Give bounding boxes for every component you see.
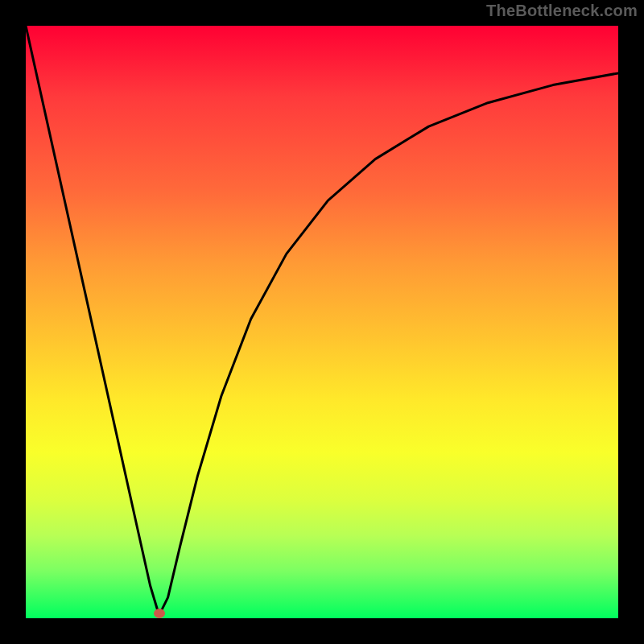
chart-frame: TheBottleneck.com <box>0 0 644 644</box>
minimum-marker <box>154 609 165 618</box>
watermark-text: TheBottleneck.com <box>486 2 638 20</box>
bottleneck-curve-svg <box>26 26 618 618</box>
bottleneck-curve-path <box>26 26 618 615</box>
